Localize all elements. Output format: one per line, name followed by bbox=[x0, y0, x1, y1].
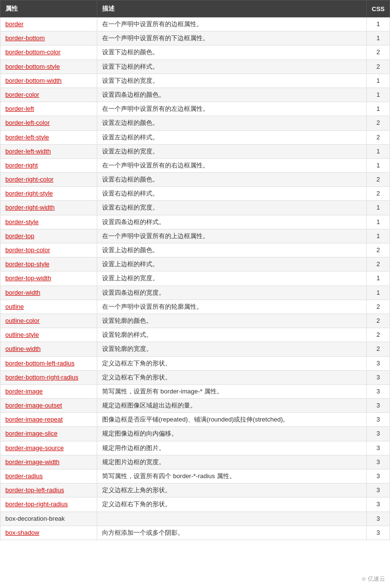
property-description: 规定边框图像区域超出边框的量。 bbox=[97, 399, 367, 413]
table-row: box-decoration-break3 bbox=[0, 512, 390, 526]
property-name[interactable]: border-width bbox=[0, 286, 97, 300]
property-name[interactable]: border-bottom-color bbox=[0, 45, 97, 60]
property-name[interactable]: border-right bbox=[0, 158, 97, 172]
property-name[interactable]: border-left bbox=[0, 102, 97, 116]
property-name[interactable]: border-left-color bbox=[0, 116, 97, 130]
table-row: border-left在一个声明中设置所有的左边框属性。1 bbox=[0, 102, 390, 116]
property-name[interactable]: outline-style bbox=[0, 328, 97, 342]
property-name[interactable]: border-right-style bbox=[0, 187, 97, 201]
property-name[interactable]: border-top-left-radius bbox=[0, 483, 97, 498]
property-description: 在一个声明中设置所有的右边框属性。 bbox=[97, 158, 367, 172]
property-name[interactable]: border-top-width bbox=[0, 271, 97, 286]
property-description: 定义边框左下角的形状。 bbox=[97, 356, 367, 370]
property-name[interactable]: border-bottom-left-radius bbox=[0, 356, 97, 370]
table-row: border-image-slice规定图像边框的向内偏移。3 bbox=[0, 427, 390, 441]
table-row: border-image-outset规定边框图像区域超出边框的量。3 bbox=[0, 399, 390, 413]
css-properties-table: 属性 描述 CSS border在一个声明中设置所有的边框属性。1border-… bbox=[0, 0, 390, 540]
property-name[interactable]: outline-width bbox=[0, 342, 97, 356]
css-version: 2 bbox=[367, 130, 390, 144]
property-name[interactable]: border-image-repeat bbox=[0, 413, 97, 427]
css-version: 2 bbox=[367, 45, 390, 60]
table-container: 属性 描述 CSS border在一个声明中设置所有的边框属性。1border-… bbox=[0, 0, 390, 540]
css-version: 3 bbox=[367, 455, 390, 469]
property-name[interactable]: outline-color bbox=[0, 314, 97, 328]
table-row: border-right-style设置右边框的样式。2 bbox=[0, 187, 390, 201]
property-name[interactable]: border-color bbox=[0, 88, 97, 102]
property-description: 设置上边框的样式。 bbox=[97, 257, 367, 271]
table-row: box-shadow向方框添加一个或多个阴影。3 bbox=[0, 526, 390, 540]
property-name[interactable]: border-right-width bbox=[0, 201, 97, 215]
table-row: border-image简写属性，设置所有 border-image-* 属性。… bbox=[0, 384, 390, 398]
css-version: 3 bbox=[367, 413, 390, 427]
property-name[interactable]: border-image-source bbox=[0, 441, 97, 455]
css-version: 3 bbox=[367, 483, 390, 498]
property-description: 规定用作边框的图片。 bbox=[97, 441, 367, 455]
header-css: CSS bbox=[367, 0, 390, 17]
css-version: 3 bbox=[367, 526, 390, 540]
table-row: border-bottom-width设置下边框的宽度。1 bbox=[0, 74, 390, 88]
property-name[interactable]: outline bbox=[0, 300, 97, 314]
css-version: 2 bbox=[367, 328, 390, 342]
table-row: outline-color设置轮廓的颜色。2 bbox=[0, 314, 390, 328]
table-row: outline-width设置轮廓的宽度。2 bbox=[0, 342, 390, 356]
property-description: 定义边框左上角的形状。 bbox=[97, 483, 367, 498]
property-description: 规定图片边框的宽度。 bbox=[97, 455, 367, 469]
property-name[interactable]: border-left-width bbox=[0, 144, 97, 158]
property-description: 向方框添加一个或多个阴影。 bbox=[97, 526, 367, 540]
property-name[interactable]: border-style bbox=[0, 215, 97, 229]
table-header-row: 属性 描述 CSS bbox=[0, 0, 390, 17]
property-name[interactable]: border-top-style bbox=[0, 257, 97, 271]
table-row: border-top-style设置上边框的样式。2 bbox=[0, 257, 390, 271]
css-version: 3 bbox=[367, 370, 390, 384]
property-name[interactable]: border-image-slice bbox=[0, 427, 97, 441]
property-name[interactable]: border-bottom-width bbox=[0, 74, 97, 88]
property-name[interactable]: border-image-width bbox=[0, 455, 97, 469]
property-name[interactable]: border-image bbox=[0, 384, 97, 398]
property-name[interactable]: border-top bbox=[0, 229, 97, 243]
table-row: border-image-source规定用作边框的图片。3 bbox=[0, 441, 390, 455]
property-description: 简写属性，设置所有四个 border-*-radius 属性。 bbox=[97, 469, 367, 483]
property-name[interactable]: border-image-outset bbox=[0, 399, 97, 413]
css-version: 1 bbox=[367, 229, 390, 243]
css-version: 1 bbox=[367, 201, 390, 215]
property-name[interactable]: border-top-right-radius bbox=[0, 498, 97, 512]
css-version: 2 bbox=[367, 60, 390, 74]
property-name[interactable]: border-bottom bbox=[0, 31, 97, 45]
property-description: 设置左边框的宽度。 bbox=[97, 144, 367, 158]
property-name: box-decoration-break bbox=[0, 512, 97, 526]
css-version: 3 bbox=[367, 399, 390, 413]
table-row: border-radius简写属性，设置所有四个 border-*-radius… bbox=[0, 469, 390, 483]
table-row: border-image-width规定图片边框的宽度。3 bbox=[0, 455, 390, 469]
property-description bbox=[97, 512, 367, 526]
table-row: border-left-color设置左边框的颜色。2 bbox=[0, 116, 390, 130]
table-row: border-bottom在一个声明中设置所有的下边框属性。1 bbox=[0, 31, 390, 45]
property-name[interactable]: border-right-color bbox=[0, 173, 97, 187]
css-version: 2 bbox=[367, 187, 390, 201]
table-row: border-bottom-left-radius定义边框左下角的形状。3 bbox=[0, 356, 390, 370]
property-description: 设置四条边框的宽度。 bbox=[97, 286, 367, 300]
property-name[interactable]: border-bottom-style bbox=[0, 60, 97, 74]
property-description: 设置左边框的样式。 bbox=[97, 130, 367, 144]
css-version: 3 bbox=[367, 469, 390, 483]
property-description: 设置轮廓的宽度。 bbox=[97, 342, 367, 356]
property-description: 设置右边框的样式。 bbox=[97, 187, 367, 201]
property-description: 设置下边框的样式。 bbox=[97, 60, 367, 74]
table-row: border-top在一个声明中设置所有的上边框属性。1 bbox=[0, 229, 390, 243]
property-description: 设置左边框的颜色。 bbox=[97, 116, 367, 130]
property-name[interactable]: border-radius bbox=[0, 469, 97, 483]
css-version: 2 bbox=[367, 257, 390, 271]
css-version: 3 bbox=[367, 384, 390, 398]
property-name[interactable]: border-left-style bbox=[0, 130, 97, 144]
table-row: border-right-width设置右边框的宽度。1 bbox=[0, 201, 390, 215]
css-version: 2 bbox=[367, 243, 390, 257]
property-name[interactable]: border-bottom-right-radius bbox=[0, 370, 97, 384]
property-name[interactable]: border-top-color bbox=[0, 243, 97, 257]
table-row: border-left-width设置左边框的宽度。1 bbox=[0, 144, 390, 158]
property-name[interactable]: border bbox=[0, 17, 97, 31]
table-row: border-bottom-color设置下边框的颜色。2 bbox=[0, 45, 390, 60]
header-property: 属性 bbox=[0, 0, 97, 17]
property-description: 设置上边框的颜色。 bbox=[97, 243, 367, 257]
property-name[interactable]: box-shadow bbox=[0, 526, 97, 540]
css-version: 1 bbox=[367, 74, 390, 88]
table-row: border-top-right-radius定义边框右下角的形状。3 bbox=[0, 498, 390, 512]
